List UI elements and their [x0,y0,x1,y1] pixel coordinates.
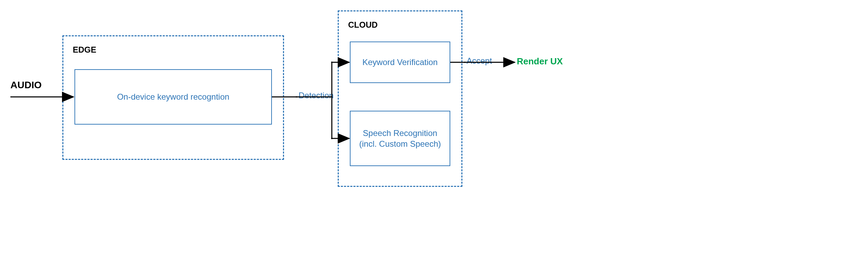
detection-flow-label: Detection [299,91,334,100]
speech-recognition-text: Speech Recognition (incl. Custom Speech) [359,128,441,149]
audio-input-label: AUDIO [10,80,42,91]
edge-group-label: EDGE [73,45,96,55]
render-ux-label: Render UX [517,56,563,67]
cloud-group-label: CLOUD [348,20,378,30]
accept-flow-label: Accept [467,56,492,66]
on-device-keyword-recognition-box: On-device keyword recogntion [74,69,272,125]
on-device-keyword-recognition-text: On-device keyword recogntion [117,91,229,102]
speech-recognition-box: Speech Recognition (incl. Custom Speech) [350,111,450,166]
keyword-verification-box: Keyword Verification [350,42,450,83]
keyword-verification-text: Keyword Verification [362,57,437,67]
